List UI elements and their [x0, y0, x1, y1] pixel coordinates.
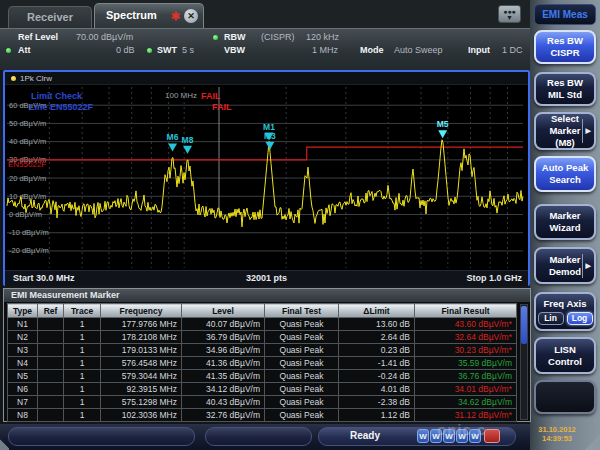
- swt-value[interactable]: 5 s: [182, 45, 194, 55]
- input-value[interactable]: 1 DC: [502, 45, 523, 55]
- table-cell: [38, 370, 64, 383]
- table-cell: 40.07 dBµV/m: [182, 318, 265, 331]
- table-cell: N4: [8, 357, 38, 370]
- final-result-cell: 34.01 dBµV/m*: [415, 383, 517, 396]
- softkey-label-line: Res BW: [547, 35, 583, 47]
- table-cell: 1.12 dB: [339, 409, 415, 422]
- softkey-marker-wizard[interactable]: MarkerWizard: [534, 204, 596, 240]
- spectrum-plot[interactable]: 60 dBµV/m50 dBµV/m40 dBµV/m30 dBµV/m20 d…: [5, 85, 528, 270]
- table-cell: -2.38 dB: [339, 396, 415, 409]
- sweep-footer: Start 30.0 MHz 32001 pts Stop 1.0 GHz: [5, 270, 528, 286]
- table-cell: N5: [8, 370, 38, 383]
- column-header: Final Result: [415, 304, 517, 318]
- table-cell: 1: [64, 409, 101, 422]
- table-cell: N8: [8, 409, 38, 422]
- table-row[interactable]: N6192.3915 MHz34.12 dBµV/mQuasi Peak4.01…: [8, 383, 517, 396]
- ref-level-value[interactable]: 70.00 dBµV/m: [76, 32, 133, 42]
- column-header: Type: [8, 304, 38, 318]
- y-axis-tick-label: -10 dBµV/m: [9, 228, 49, 237]
- toggle-option-lin[interactable]: Lin: [538, 312, 564, 325]
- table-row[interactable]: N71575.1298 MHz40.43 dBµV/mQuasi Peak-2.…: [8, 396, 517, 409]
- table-scrollbar[interactable]: [520, 304, 528, 420]
- table-cell: N2: [8, 331, 38, 344]
- tab-receiver[interactable]: Receiver: [8, 6, 92, 28]
- table-cell: 1: [64, 383, 101, 396]
- table-row[interactable]: N31179.0133 MHz34.96 dBµV/mQuasi Peak0.2…: [8, 344, 517, 357]
- y-axis-tick-label: 50 dBµV/m: [9, 119, 46, 128]
- table-row[interactable]: N11177.9766 MHz40.07 dBµV/mQuasi Peak13.…: [8, 318, 517, 331]
- bezel-corner-right: [584, 434, 600, 450]
- table-cell: 4.01 dB: [339, 383, 415, 396]
- table-cell: 178.2108 MHz: [101, 331, 182, 344]
- softkey-toggle-title: Freq Axis: [544, 298, 587, 310]
- softkey-lisn-control[interactable]: LISNControl: [534, 337, 596, 374]
- table-cell: 40.43 dBµV/m: [182, 396, 265, 409]
- watermark-tile: W: [417, 429, 429, 443]
- mode-value[interactable]: Auto Sweep: [394, 45, 443, 55]
- table-row[interactable]: N81102.3036 MHz32.76 dBµV/mQuasi Peak1.1…: [8, 409, 517, 422]
- table-cell: 34.12 dBµV/m: [182, 383, 265, 396]
- softkey-label-line: Res BW: [547, 77, 583, 89]
- rbw-value[interactable]: 120 kHz: [306, 32, 339, 42]
- softkey-label-line: Wizard: [549, 222, 580, 234]
- softkey-label-line: (M8): [555, 137, 575, 149]
- table-cell: 1: [64, 318, 101, 331]
- vbw-label: VBW: [224, 45, 245, 55]
- trace-layer: [7, 140, 523, 227]
- softkey-label-line: Search: [549, 174, 581, 186]
- softkey-resbw-milstd[interactable]: Res BWMIL Std: [534, 72, 596, 106]
- submenu-arrow-icon: ▶: [582, 119, 592, 143]
- table-cell: 0.23 dB: [339, 344, 415, 357]
- stop-freq-label[interactable]: Stop 1.0 GHz: [466, 271, 522, 286]
- swt-label: SWT: [157, 45, 177, 55]
- rbw-led-icon: [213, 35, 218, 40]
- table-cell: Quasi Peak: [265, 344, 339, 357]
- table-cell: 1: [64, 396, 101, 409]
- table-cell: Quasi Peak: [265, 383, 339, 396]
- table-cell: [38, 357, 64, 370]
- att-value[interactable]: 0 dB: [116, 45, 135, 55]
- limit-line-result: FAIL: [212, 102, 232, 112]
- submenu-arrow-icon: ▶: [582, 254, 592, 278]
- grid-freq-label: 100 MHz: [165, 91, 197, 100]
- table-cell: Quasi Peak: [265, 370, 339, 383]
- table-row[interactable]: N21178.2108 MHz36.79 dBµV/mQuasi Peak2.6…: [8, 331, 517, 344]
- column-header: Frequency: [101, 304, 182, 318]
- instrument-screen: EMI Meas Res BWCISPRRes BWMIL StdSelectM…: [0, 0, 600, 450]
- table-cell: -1.41 dB: [339, 357, 415, 370]
- toggle-row: LinLog: [538, 312, 593, 325]
- softkey-autopeak-search[interactable]: Auto PeakSearch: [534, 156, 596, 192]
- table-row[interactable]: N41576.4548 MHz41.36 dBµV/mQuasi Peak-1.…: [8, 357, 517, 370]
- table-cell: 579.3044 MHz: [101, 370, 182, 383]
- table-cell: N6: [8, 383, 38, 396]
- trace-label[interactable]: 1Pk Clrw: [20, 74, 52, 83]
- table-cell: 32.76 dBµV/m: [182, 409, 265, 422]
- table-cell: 177.9766 MHz: [101, 318, 182, 331]
- column-header: Final Test: [265, 304, 339, 318]
- softkey-resbw-cispr[interactable]: Res BWCISPR: [534, 30, 596, 64]
- modified-star-icon: ✱: [171, 8, 180, 24]
- softkey-label-line: Select: [551, 113, 579, 125]
- vbw-value[interactable]: 1 MHz: [312, 45, 338, 55]
- softkey-select-marker-m8[interactable]: SelectMarker(M8)▶: [534, 112, 596, 150]
- tab-spectrum[interactable]: Spectrum ✱ ✕: [94, 3, 204, 28]
- toggle-option-log[interactable]: Log: [567, 312, 593, 325]
- status-segment-left: [8, 427, 195, 446]
- softkey-unused: [534, 380, 596, 414]
- marker-table-title: EMI Measurement Marker: [4, 289, 530, 302]
- marker-triangle-icon: [168, 143, 177, 151]
- table-cell: N1: [8, 318, 38, 331]
- tab-close-icon[interactable]: ✕: [184, 9, 198, 23]
- final-result-cell: 34.62 dBµV/m: [415, 396, 517, 409]
- column-header: Level: [182, 304, 265, 318]
- more-options-button[interactable]: ●●●▼: [498, 5, 521, 23]
- table-row[interactable]: N51579.3044 MHz41.35 dBµV/mQuasi Peak-0.…: [8, 370, 517, 383]
- softkey-marker-demod[interactable]: MarkerDemod▶: [534, 247, 596, 284]
- datetime-display: 31.10.2012 14:39:53: [527, 425, 587, 443]
- softkey-freqaxis[interactable]: Freq AxisLinLog: [534, 292, 596, 331]
- table-cell: 1: [64, 357, 101, 370]
- tab-spectrum-label: Spectrum: [106, 9, 157, 21]
- marker-layer: M6M8M1M3M5: [167, 119, 449, 154]
- time-label: 14:39:53: [527, 434, 587, 443]
- scrollbar-thumb[interactable]: [521, 306, 527, 344]
